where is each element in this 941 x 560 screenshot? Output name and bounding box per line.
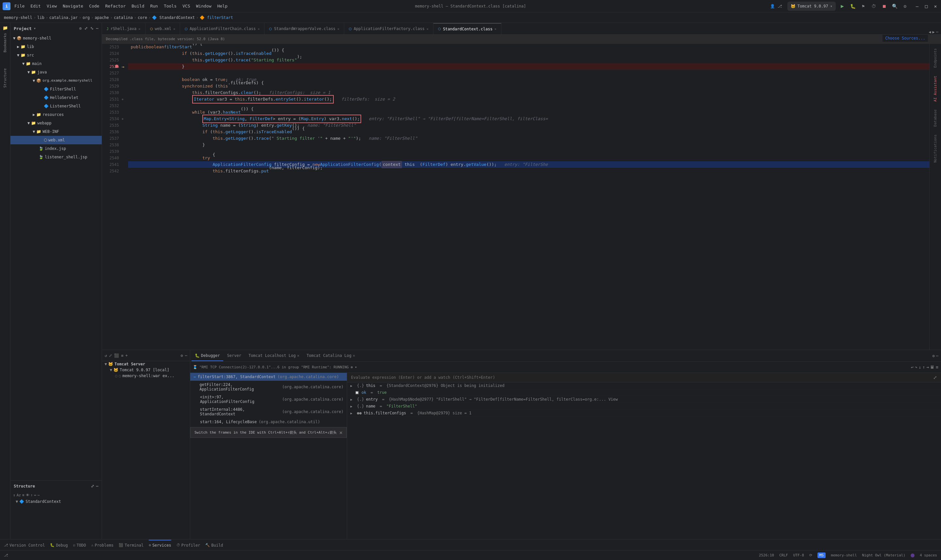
tree-item-webxml[interactable]: ⬡ web.xml	[11, 136, 102, 144]
menu-code[interactable]: Code	[89, 4, 99, 8]
structure-expand-icon[interactable]: ⤢	[91, 484, 94, 488]
watch-row-this[interactable]: ▶ {.} this = {StandardContext@2976} Obje…	[347, 382, 941, 389]
structure-selected[interactable]: ▼ 🔷 StandardContext	[11, 498, 102, 505]
structure-icon[interactable]: Structure	[3, 68, 7, 88]
maximize-button[interactable]: □	[923, 3, 929, 9]
settings-button[interactable]: ⚙	[901, 2, 909, 10]
status-position[interactable]: 2526:10	[759, 553, 774, 557]
tree-item-lib[interactable]: ▶ 📁 lib	[11, 42, 102, 51]
bottom-tab-terminal[interactable]: ⬛ Terminal	[119, 540, 143, 550]
debug-tab-server[interactable]: Server	[224, 351, 244, 361]
thread-dropdown-icon[interactable]: ▾	[355, 365, 357, 369]
filter-thread-icon[interactable]: ⊛	[351, 365, 353, 369]
expand-icon[interactable]: ⤢	[84, 26, 88, 31]
profiler-button[interactable]: ⏱	[870, 2, 878, 10]
tooltip-close-btn[interactable]: ✕	[339, 429, 342, 435]
breadcrumb-apache[interactable]: apache	[95, 15, 109, 20]
tree-item-root[interactable]: ▼ 📦 memory-shell	[11, 34, 102, 42]
sidebar-dropdown-icon[interactable]: ▾	[34, 26, 36, 31]
alpha-sort-icon[interactable]: Az	[17, 493, 21, 497]
tree-item-filtershell[interactable]: 🔷 FilterShell	[11, 85, 102, 93]
close-button[interactable]: ✕	[932, 3, 938, 9]
menu-edit[interactable]: Edit	[30, 4, 40, 8]
tree-item-package[interactable]: ▼ 📦 org.example.memoryshell	[11, 76, 102, 85]
frame-item-filterstrat[interactable]: → filterStart:3867, StandardContext (org…	[190, 373, 347, 381]
menu-build[interactable]: Build	[132, 4, 145, 8]
tab-stdwrappervalve[interactable]: ⬡ StandardWrapperValve.class ✕	[264, 23, 344, 34]
breadcrumb-core[interactable]: core	[137, 15, 147, 20]
menu-refactor[interactable]: Refactor	[105, 4, 126, 8]
breadcrumb-jar[interactable]: catalina.jar	[49, 15, 78, 20]
tree-item-java[interactable]: ▼ 📁 java	[11, 68, 102, 76]
frame-item-start[interactable]: start:164, LifecycleBase (org.apache.cat…	[190, 418, 347, 426]
tree-item-main[interactable]: ▼ 📁 main	[11, 59, 102, 68]
watch-row-ok[interactable]: 🔲 ok = true	[347, 389, 941, 396]
bottom-tab-todo[interactable]: ☑ TODO	[73, 540, 86, 550]
project-sidebar-icon[interactable]: 📁	[3, 25, 8, 30]
stop-button[interactable]: ⏹	[880, 2, 888, 10]
debug-more-icon[interactable]: ⋯	[936, 354, 938, 358]
evaluate-icon[interactable]: 🖩	[930, 365, 935, 370]
frame-item-init[interactable]: <init>:97, ApplicationFilterConfig (org.…	[190, 393, 347, 406]
services-refresh-icon[interactable]: ↺	[105, 353, 107, 358]
breadcrumb-org[interactable]: org	[83, 15, 90, 20]
bottom-tab-problems[interactable]: ⚠ Problems	[91, 540, 113, 550]
services-tomcat-server[interactable]: ▼ 🐱 Tomcat Server	[102, 361, 190, 367]
step-into-icon[interactable]: ↓	[919, 365, 921, 370]
code-editor[interactable]: 2523 2524 2525 2526 2527 2528 2529 2530 …	[102, 44, 929, 350]
breadcrumb-class[interactable]: 🔷 StandardContext	[152, 15, 195, 20]
services-settings-icon[interactable]: ⚙	[181, 353, 183, 358]
bottom-tab-debug[interactable]: 🐛 Debug	[50, 540, 68, 550]
debug-tab-tomcat-localhost[interactable]: Tomcat Localhost Log ✕	[245, 351, 303, 361]
tree-item-webinf[interactable]: ▼ 📁 WEB-INF	[11, 127, 102, 136]
tab-close-rshell[interactable]: ✕	[139, 27, 140, 31]
debug-tab-debugger[interactable]: 🐛 Debugger	[191, 351, 223, 361]
menu-window[interactable]: Window	[196, 4, 211, 8]
bottom-tab-services[interactable]: ⚙ Services	[149, 540, 171, 550]
bottom-tab-profiler[interactable]: ⏱ Profiler	[176, 540, 201, 550]
choose-sources-btn[interactable]: Choose Sources...	[882, 35, 928, 42]
status-charset[interactable]: UTF-8	[793, 553, 804, 557]
trace-icon[interactable]: ≡	[936, 365, 938, 370]
menu-navigate[interactable]: Navigate	[63, 4, 83, 8]
tab-close-catalina[interactable]: ✕	[353, 353, 355, 358]
tree-item-src[interactable]: ▼ 📁 src	[11, 51, 102, 59]
tab-appfilterfactory[interactable]: ⬡ ApplicationFilterFactory.class ✕	[344, 23, 433, 34]
watch-row-name[interactable]: ▶ {.} name = "FilterShell"	[347, 403, 941, 410]
menu-file[interactable]: File	[14, 4, 25, 8]
expand-all-icon[interactable]: ↔	[34, 493, 36, 497]
tree-item-listenershell-jsp[interactable]: 🍃 listener_shell.jsp	[11, 153, 102, 161]
menu-help[interactable]: Help	[218, 4, 227, 8]
status-theme[interactable]: Night Owl (Material)	[862, 553, 906, 557]
tab-prev-icon[interactable]: ◀	[929, 30, 931, 34]
menu-tools[interactable]: Tools	[164, 4, 176, 8]
tab-appfilterchain[interactable]: ⬡ ApplicationFilterChain.class ✕	[180, 23, 264, 34]
tab-close-stdcontext[interactable]: ✕	[495, 27, 497, 31]
services-expand-icon[interactable]: ⤢	[109, 353, 112, 358]
status-spaces[interactable]: 4 spaces	[920, 553, 937, 557]
inherit-icon[interactable]: ⇑	[31, 493, 33, 497]
services-deploy[interactable]: ◌ ◌ memory-shell:war ex...	[102, 373, 190, 379]
frame-item-startinternal[interactable]: startInternal:4486, StandardContext (org…	[190, 406, 347, 418]
status-project[interactable]: memory-shell	[831, 553, 857, 557]
tree-item-helloservlet[interactable]: 🔷 HelloServlet	[11, 93, 102, 102]
bookmarks-icon[interactable]: Bookmarks	[3, 33, 7, 52]
run-button[interactable]: ▶	[838, 2, 846, 10]
tab-ai-assistant[interactable]: AI Assistant	[932, 74, 939, 103]
vcs-icon[interactable]: ⎇	[777, 4, 782, 8]
menu-run[interactable]: Run	[150, 4, 158, 8]
tab-close-appfilterchain[interactable]: ✕	[258, 27, 259, 31]
bottom-tab-versioncontrol[interactable]: ⎇ Version Control	[4, 540, 45, 550]
status-ms-badge[interactable]: MS	[818, 552, 825, 558]
services-filter-icon[interactable]: ≡	[121, 353, 123, 358]
tree-item-indexjsp[interactable]: 🍃 index.jsp	[11, 144, 102, 153]
tab-rshell[interactable]: J rShell.java ✕	[102, 23, 145, 34]
tree-item-listenershell[interactable]: 🔷 ListenerShell	[11, 102, 102, 110]
services-stop-icon[interactable]: ⬛	[114, 353, 119, 358]
search-button[interactable]: 🔍	[891, 2, 898, 10]
coverage-button[interactable]: ⚑	[859, 2, 867, 10]
tab-close-webxml[interactable]: ✕	[173, 27, 175, 31]
minimize-button[interactable]: —	[914, 3, 920, 9]
restore-icon[interactable]: ↩	[911, 365, 913, 370]
run-to-cursor-icon[interactable]: ⇥	[926, 365, 929, 370]
